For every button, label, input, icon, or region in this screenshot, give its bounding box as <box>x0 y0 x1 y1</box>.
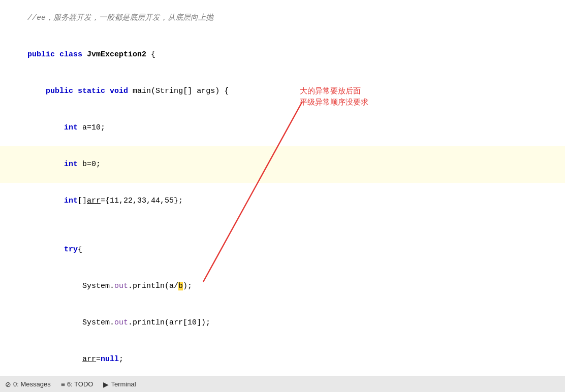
messages-icon: ⊘ <box>5 380 11 388</box>
bottom-bar: ⊘ 0: Messages ≡ 6: TODO ▶ Terminal <box>0 376 565 392</box>
code-line-5: int[]arr={11,22,33,44,55}; <box>0 183 565 219</box>
code-line-6 <box>0 219 565 232</box>
code-line-8: System.out.println(a/b); <box>0 268 565 305</box>
code-line-7: try{ <box>0 232 565 268</box>
todo-icon: ≡ <box>61 380 65 388</box>
code-line-2: public static void main(String[] args) { <box>0 73 565 110</box>
terminal-tab[interactable]: ▶ Terminal <box>103 380 136 388</box>
todo-tab[interactable]: ≡ 6: TODO <box>61 380 93 388</box>
terminal-label: Terminal <box>111 380 136 388</box>
messages-label: 0: Messages <box>13 380 51 388</box>
code-line-4: int b=0; <box>0 146 565 183</box>
code-line-1: public class JvmException2 { <box>0 37 565 73</box>
code-editor: //ee，服务器开发，一般都是底层开发，从底层向上抛 public class … <box>0 0 565 376</box>
terminal-icon: ▶ <box>103 380 109 388</box>
todo-label: 6: TODO <box>67 380 93 388</box>
code-line-10: arr=null; <box>0 341 565 376</box>
code-line-3: int a=10; <box>0 110 565 146</box>
comment-text: //ee，服务器开发，一般都是底层开发，从底层向上抛 <box>27 14 213 22</box>
comment-line: //ee，服务器开发，一般都是底层开发，从底层向上抛 <box>0 0 565 37</box>
code-line-9: System.out.println(arr[10]); <box>0 305 565 341</box>
messages-tab[interactable]: ⊘ 0: Messages <box>5 380 51 388</box>
